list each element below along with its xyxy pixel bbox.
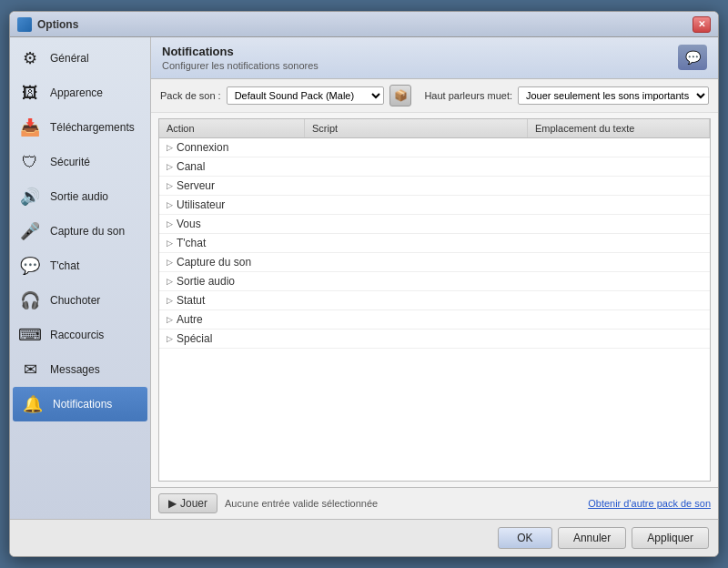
- controls-bar: Pack de son : Default Sound Pack (Male) …: [151, 79, 718, 113]
- page-title: Notifications: [162, 45, 318, 58]
- sidebar-item-security[interactable]: 🛡Sécurité: [10, 145, 150, 179]
- sidebar-item-shortcuts[interactable]: ⌨Raccourcis: [10, 318, 150, 352]
- audio-output-label: Sortie audio: [50, 190, 108, 203]
- sidebar-item-messages[interactable]: ✉Messages: [10, 352, 150, 387]
- action-cell: ▷Spécial: [159, 330, 305, 348]
- security-icon: 🛡: [17, 149, 43, 175]
- table-row[interactable]: ▷Statut: [159, 291, 710, 310]
- script-cell: [305, 234, 528, 252]
- appearance-label: Apparence: [50, 86, 103, 99]
- action-cell: ▷Connexion: [159, 138, 305, 157]
- table-row[interactable]: ▷Autre: [159, 310, 710, 330]
- table-row[interactable]: ▷Utilisateur: [159, 196, 710, 215]
- location-cell: [528, 234, 710, 252]
- window-title: Options: [37, 18, 78, 31]
- apply-button[interactable]: Appliquer: [632, 527, 709, 549]
- action-cell: ▷Sortie audio: [159, 272, 305, 290]
- ok-button[interactable]: OK: [498, 527, 552, 549]
- sidebar-item-capture[interactable]: 🎤Capture du son: [10, 214, 150, 248]
- title-bar-left: Options: [17, 17, 78, 32]
- action-label: Capture du son: [177, 256, 251, 269]
- script-cell: [305, 177, 528, 195]
- main-panel: Notifications Configurer les notificatio…: [151, 37, 718, 519]
- action-label: Serveur: [177, 179, 215, 192]
- action-cell: ▷Capture du son: [159, 253, 305, 271]
- sidebar-item-audio-output[interactable]: 🔊Sortie audio: [10, 179, 150, 214]
- shortcuts-label: Raccourcis: [50, 329, 104, 341]
- table-row[interactable]: ▷T'chat: [159, 234, 710, 253]
- table-body: ▷Connexion▷Canal▷Serveur▷Utilisateur▷Vou…: [159, 138, 710, 349]
- speaker-select[interactable]: Jouer seulement les sons importantsTous …: [518, 86, 709, 105]
- expand-arrow-icon[interactable]: ▷: [167, 143, 173, 152]
- action-label: Sortie audio: [177, 275, 235, 288]
- action-label: Vous: [177, 218, 201, 230]
- script-cell: [305, 330, 528, 348]
- table-row[interactable]: ▷Sortie audio: [159, 272, 710, 291]
- expand-arrow-icon[interactable]: ▷: [167, 258, 173, 267]
- audio-output-icon: 🔊: [17, 184, 43, 209]
- page-subtitle: Configurer les notifications sonores: [162, 60, 318, 71]
- expand-arrow-icon[interactable]: ▷: [167, 238, 173, 248]
- footer-status: Aucune entrée valide sélectionnée: [225, 498, 581, 509]
- location-cell: [528, 215, 710, 233]
- table-row[interactable]: ▷Connexion: [159, 138, 710, 157]
- expand-arrow-icon[interactable]: ▷: [167, 200, 173, 209]
- expand-arrow-icon[interactable]: ▷: [167, 296, 173, 305]
- main-footer: ▶ Jouer Aucune entrée valide sélectionné…: [151, 487, 718, 519]
- sidebar-item-downloads[interactable]: 📥Téléchargements: [10, 110, 150, 145]
- expand-arrow-icon[interactable]: ▷: [167, 315, 173, 324]
- action-cell: ▷Vous: [159, 215, 305, 233]
- content-area: ⚙Général🖼Apparence📥Téléchargements🛡Sécur…: [10, 37, 718, 519]
- script-cell: [305, 157, 528, 176]
- appearance-icon: 🖼: [17, 80, 43, 106]
- expand-arrow-icon[interactable]: ▷: [167, 181, 173, 190]
- close-button[interactable]: ✕: [693, 16, 711, 33]
- bottom-bar: OK Annuler Appliquer: [10, 519, 718, 556]
- window-icon: [17, 17, 32, 32]
- expand-arrow-icon[interactable]: ▷: [167, 162, 173, 171]
- action-cell: ▷Autre: [159, 310, 305, 329]
- messages-label: Messages: [50, 363, 100, 376]
- script-cell: [305, 291, 528, 309]
- action-cell: ▷Utilisateur: [159, 196, 305, 214]
- sound-pack-link[interactable]: Obtenir d'autre pack de son: [588, 498, 711, 509]
- main-header: Notifications Configurer les notificatio…: [151, 37, 718, 79]
- expand-arrow-icon[interactable]: ▷: [167, 219, 173, 228]
- table-row[interactable]: ▷Canal: [159, 157, 710, 177]
- table-row[interactable]: ▷Vous: [159, 215, 710, 234]
- action-label: Connexion: [177, 141, 228, 154]
- play-button[interactable]: ▶ Jouer: [158, 493, 217, 513]
- col-location: Emplacement du texte: [528, 119, 710, 137]
- script-cell: [305, 253, 528, 271]
- expand-arrow-icon[interactable]: ▷: [167, 334, 173, 343]
- action-label: Utilisateur: [177, 198, 225, 211]
- sidebar-item-notifications[interactable]: 🔔Notifications: [13, 387, 147, 421]
- downloads-icon: 📥: [17, 115, 43, 140]
- capture-label: Capture du son: [50, 225, 125, 238]
- general-icon: ⚙: [17, 46, 43, 71]
- downloads-label: Téléchargements: [50, 121, 135, 134]
- action-cell: ▷Canal: [159, 157, 305, 176]
- notifications-table: Action Script Emplacement du texte ▷Conn…: [158, 118, 711, 482]
- sidebar-item-tchat[interactable]: 💬T'chat: [10, 248, 150, 283]
- sound-pack-select[interactable]: Default Sound Pack (Male): [227, 86, 385, 105]
- tchat-label: T'chat: [50, 259, 79, 272]
- sidebar-item-appearance[interactable]: 🖼Apparence: [10, 76, 150, 110]
- security-label: Sécurité: [50, 156, 90, 168]
- expand-arrow-icon[interactable]: ▷: [167, 277, 173, 286]
- action-cell: ▷Statut: [159, 291, 305, 309]
- pack-icon-button[interactable]: 📦: [389, 85, 411, 106]
- sidebar-item-general[interactable]: ⚙Général: [10, 41, 150, 76]
- action-label: Statut: [177, 294, 205, 307]
- table-row[interactable]: ▷Serveur: [159, 177, 710, 196]
- sidebar-item-whisper[interactable]: 🎧Chuchoter: [10, 283, 150, 318]
- messages-icon: ✉: [17, 357, 43, 382]
- action-cell: ▷Serveur: [159, 177, 305, 195]
- col-script: Script: [305, 119, 528, 137]
- play-label: Jouer: [180, 497, 207, 510]
- script-cell: [305, 196, 528, 214]
- table-row[interactable]: ▷Spécial: [159, 330, 710, 349]
- cancel-button[interactable]: Annuler: [558, 527, 626, 549]
- table-row[interactable]: ▷Capture du son: [159, 253, 710, 272]
- notifications-icon: 🔔: [20, 391, 46, 417]
